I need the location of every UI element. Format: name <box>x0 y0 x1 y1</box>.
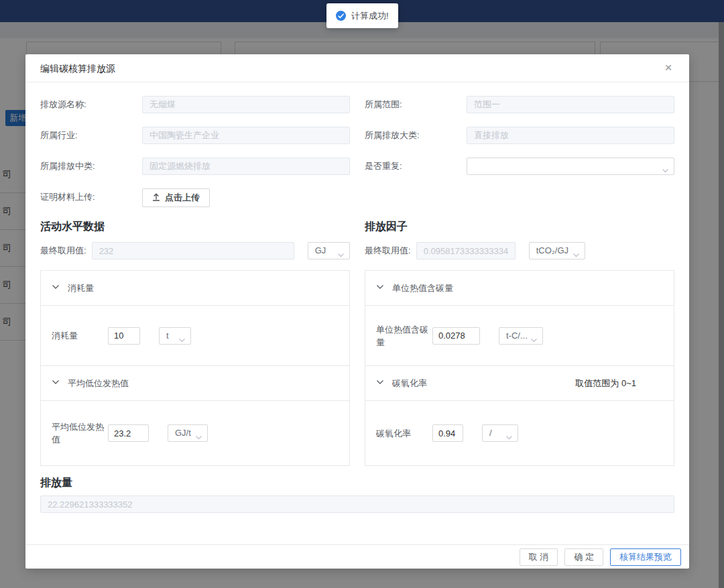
selected-value: tCO₂/GJ <box>536 245 568 255</box>
row-label: 碳氧化率 <box>376 427 432 440</box>
field-duplicate: 是否重复: <box>365 158 674 175</box>
section-title-factor: 排放因子 <box>365 219 674 234</box>
row-label: 平均低位发热值 <box>52 420 108 446</box>
chevron-down-icon <box>662 164 669 180</box>
field-label: 所属行业: <box>40 127 142 144</box>
success-toast: 计算成功! <box>326 3 398 28</box>
field-major-category: 所属排放大类: <box>365 127 674 144</box>
result-preview-button[interactable]: 核算结果预览 <box>610 548 681 566</box>
field-scope: 所属范围: <box>365 96 674 113</box>
selected-value: / <box>489 428 492 438</box>
chevron-down-icon <box>505 430 513 447</box>
emission-factor-section: 排放因子 最终取用值: tCO₂/GJ <box>365 219 674 466</box>
check-circle-icon <box>336 11 346 21</box>
activity-panel: 消耗量 消耗量 t <box>40 270 350 466</box>
collapse-header-carbon-content[interactable]: 单位热值含碳量 <box>365 271 674 306</box>
selected-value: t-C/... <box>506 331 528 341</box>
consumption-input[interactable] <box>108 327 140 345</box>
chevron-down-icon <box>52 283 60 293</box>
field-label: 所属范围: <box>365 96 467 113</box>
carbon-content-input[interactable] <box>432 327 480 345</box>
heat-value-input[interactable] <box>108 424 149 442</box>
chevron-down-icon <box>530 333 538 349</box>
emission-amount-input <box>40 495 674 513</box>
factor-panel: 单位热值含碳量 单位热值含碳量 t-C/... <box>365 270 674 466</box>
field-label: 所属排放大类: <box>365 127 467 144</box>
upload-button-label: 点击上传 <box>165 192 200 204</box>
chevron-down-icon <box>195 430 202 447</box>
field-label: 所属排放中类: <box>40 158 142 175</box>
dialog-title: 编辑碳核算排放源 <box>40 63 115 74</box>
major-category-input <box>467 127 674 144</box>
activity-data-section: 活动水平数据 最终取用值: GJ <box>40 219 350 466</box>
row-label: 单位热值含碳量 <box>376 323 432 349</box>
factor-final-value-input <box>416 242 516 259</box>
field-label: 证明材料上传: <box>40 188 142 206</box>
collapse-title: 消耗量 <box>68 282 94 294</box>
field-label: 排放源名称: <box>40 96 142 113</box>
field-label: 是否重复: <box>365 158 467 175</box>
final-value-label: 最终取用值: <box>40 245 86 257</box>
upload-button[interactable]: 点击上传 <box>142 188 210 207</box>
chevron-down-icon <box>178 333 186 349</box>
selected-value: GJ <box>315 245 326 255</box>
collapse-title: 单位热值含碳量 <box>392 282 453 294</box>
collapse-title: 碳氧化率 <box>392 377 427 390</box>
collapse-title: 平均低位发热值 <box>68 377 129 390</box>
dialog-header: 编辑碳核算排放源 × <box>25 54 689 82</box>
section-title-activity: 活动水平数据 <box>40 219 350 234</box>
chevron-down-icon <box>52 378 60 388</box>
close-icon[interactable]: × <box>658 54 678 82</box>
activity-final-value-input <box>92 242 294 259</box>
final-value-label: 最终取用值: <box>365 245 411 257</box>
oxidation-rate-unit-select[interactable]: / <box>482 424 518 442</box>
carbon-content-unit-select[interactable]: t-C/... <box>499 327 543 345</box>
chevron-down-icon <box>376 378 384 388</box>
consumption-row: 消耗量 t <box>41 306 349 366</box>
field-mid-category: 所属排放中类: <box>40 158 350 175</box>
chevron-down-icon <box>572 248 580 264</box>
selected-value: t <box>166 331 169 341</box>
emission-amount-section: 排放量 <box>40 475 674 513</box>
factor-unit-select[interactable]: tCO₂/GJ <box>529 242 585 259</box>
collapse-header-heat-value[interactable]: 平均低位发热值 <box>41 366 349 401</box>
consumption-unit-select[interactable]: t <box>159 327 191 345</box>
scope-input <box>467 96 674 113</box>
upload-icon <box>152 192 160 203</box>
collapse-header-consumption[interactable]: 消耗量 <box>41 271 349 306</box>
industry-input <box>142 127 350 144</box>
source-name-input <box>142 96 350 113</box>
heat-value-unit-select[interactable]: GJ/t <box>168 424 208 442</box>
oxidation-rate-input[interactable] <box>432 424 463 442</box>
field-source-name: 排放源名称: <box>40 96 350 113</box>
emission-amount-title: 排放量 <box>40 475 674 490</box>
collapse-header-oxidation-rate[interactable]: 碳氧化率 取值范围为 0~1 <box>365 366 674 401</box>
selected-value: GJ/t <box>175 428 191 438</box>
toast-message: 计算成功! <box>351 10 389 22</box>
range-hint-text: 取值范围为 0~1 <box>575 377 663 390</box>
activity-unit-select[interactable]: GJ <box>308 242 350 259</box>
chevron-down-icon <box>337 248 345 264</box>
dialog-footer: 取 消 确 定 核算结果预览 <box>25 544 689 569</box>
field-industry: 所属行业: <box>40 127 350 144</box>
row-label: 消耗量 <box>52 329 108 342</box>
oxidation-rate-row: 碳氧化率 / <box>365 401 674 465</box>
chevron-down-icon <box>376 283 384 293</box>
edit-emission-source-dialog: 编辑碳核算排放源 × 排放源名称: 所属范围: 所属行业: 所属排放大类: <box>25 54 689 569</box>
activity-final-row: 最终取用值: GJ <box>40 242 350 259</box>
carbon-content-row: 单位热值含碳量 t-C/... <box>365 306 674 366</box>
confirm-button[interactable]: 确 定 <box>564 548 603 566</box>
factor-final-row: 最终取用值: tCO₂/GJ <box>365 242 674 259</box>
heat-value-row: 平均低位发热值 GJ/t <box>41 401 349 465</box>
duplicate-select[interactable] <box>467 158 674 175</box>
cancel-button[interactable]: 取 消 <box>520 548 558 566</box>
field-upload: 证明材料上传: 点击上传 <box>40 188 350 206</box>
mid-category-input <box>142 158 350 175</box>
basic-info-form: 排放源名称: 所属范围: 所属行业: 所属排放大类: 所属排放中类: 是否重复: <box>40 96 674 219</box>
